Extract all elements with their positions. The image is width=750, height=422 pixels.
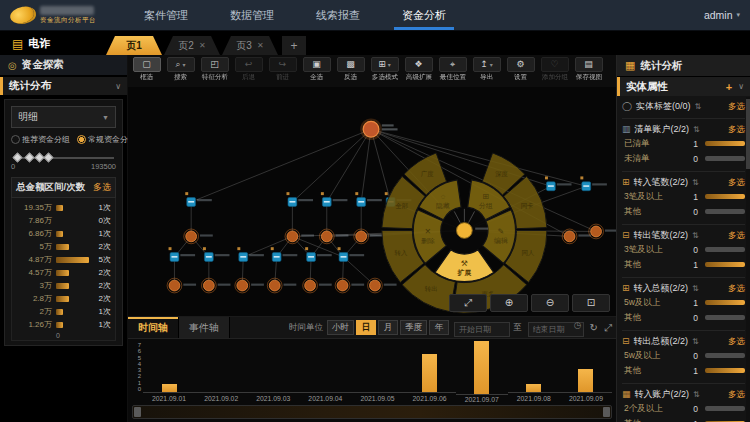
account-node[interactable] <box>589 224 616 239</box>
stat-row[interactable]: 3笔及以上1 <box>622 189 745 204</box>
stat-row[interactable]: 其他1 <box>622 257 745 272</box>
stat-row[interactable]: 其他1 <box>622 363 745 378</box>
page-tab-2[interactable]: 页2✕ <box>164 36 220 55</box>
multi-select-link[interactable]: 多选 <box>728 177 745 189</box>
toolbar-invert-selection[interactable]: ▩反选 <box>334 57 367 83</box>
multi-select-link[interactable]: 多选 <box>728 124 745 136</box>
menu-item-1[interactable]: 案件管理 <box>140 0 192 30</box>
toolbar-multi-select-mode[interactable]: ⊞▾多选模式 <box>368 57 401 83</box>
card-node[interactable] <box>321 192 348 206</box>
card-node[interactable] <box>185 192 212 206</box>
stats-analysis-header[interactable]: ▦ 统计分析 <box>617 55 750 77</box>
plus-icon[interactable]: + <box>726 81 732 93</box>
graph-svg[interactable]: 转出转入全部广度深度同卡同人更多✕删除◌隐藏⊞分组✎编辑⚒扩展 <box>128 87 616 316</box>
timeline-bar[interactable] <box>162 384 177 392</box>
timeline-bar[interactable] <box>422 354 437 392</box>
stat-row[interactable]: 已清单1 <box>622 136 745 151</box>
sort-icon[interactable]: ⇅ <box>695 102 702 111</box>
unit-button-5[interactable]: 年 <box>429 320 449 335</box>
root-node[interactable] <box>360 118 397 140</box>
graph-canvas[interactable]: 转出转入全部广度深度同卡同人更多✕删除◌隐藏⊞分组✎编辑⚒扩展 ⤢⊕⊖⊡ <box>128 87 616 316</box>
sort-icon[interactable]: ⇅ <box>692 337 699 346</box>
toolbar-best-position[interactable]: ⌖最佳位置 <box>436 57 469 83</box>
card-node[interactable] <box>355 192 382 206</box>
layout-switch-button[interactable]: ⊡ <box>572 294 610 312</box>
scrollbar-thumb[interactable] <box>746 99 750 169</box>
start-date-input[interactable] <box>454 322 510 337</box>
timeline-bar[interactable] <box>578 369 593 392</box>
card-node[interactable] <box>271 247 298 261</box>
page-tab-3[interactable]: 页3✕ <box>222 36 278 55</box>
stat-row[interactable]: 5w及以上1 <box>622 295 745 310</box>
stat-row[interactable]: 其他0 <box>622 204 745 219</box>
amount-range-slider[interactable] <box>13 151 114 165</box>
entity-attrs-header[interactable]: 实体属性 + ∨ <box>617 77 750 96</box>
toolbar-lasso-select[interactable]: ▢框选 <box>130 57 163 83</box>
toolbar-select-all[interactable]: ▣全选 <box>300 57 333 83</box>
histogram-row[interactable]: 1.26万1次 <box>16 318 111 331</box>
card-node[interactable] <box>237 247 264 261</box>
fit-view-button[interactable]: ⤢ <box>449 294 487 312</box>
toolbar-feature-analysis[interactable]: ◰特征分析 <box>198 57 231 83</box>
unit-button-4[interactable]: 季度 <box>400 320 427 335</box>
stat-row[interactable]: 3笔及以上0 <box>622 242 745 257</box>
page-tab-1[interactable]: 页1 <box>106 36 162 55</box>
account-node[interactable] <box>368 278 397 293</box>
menu-item-4[interactable]: 资金分析 <box>398 0 450 30</box>
unit-button-3[interactable]: 月 <box>378 320 398 335</box>
account-node[interactable] <box>303 278 332 293</box>
brush-handle-right[interactable] <box>603 407 610 417</box>
sort-icon[interactable]: ⇅ <box>692 231 699 240</box>
unit-button-2[interactable]: 日 <box>356 320 376 335</box>
zoom-in-button[interactable]: ⊕ <box>490 294 528 312</box>
timeline-tab-2[interactable]: 事件轴 <box>179 317 230 338</box>
card-node[interactable] <box>169 247 196 261</box>
stat-row[interactable]: 5w及以上0 <box>622 348 745 363</box>
scrollbar[interactable] <box>746 97 750 422</box>
card-node[interactable] <box>338 247 365 261</box>
user-menu[interactable]: admin ▾ <box>704 0 740 30</box>
add-page-button[interactable]: + <box>282 36 306 55</box>
account-node[interactable] <box>267 278 296 293</box>
multi-select-link[interactable]: 多选 <box>93 181 111 194</box>
histogram-row[interactable]: 4.87万5次 <box>16 253 111 266</box>
multi-select-link[interactable]: 多选 <box>728 101 745 113</box>
card-node[interactable] <box>286 192 313 206</box>
sort-icon[interactable]: ⇅ <box>693 390 700 399</box>
account-node[interactable] <box>319 229 348 244</box>
sort-icon[interactable]: ⇅ <box>692 284 699 293</box>
account-node[interactable] <box>354 229 383 244</box>
histogram-row[interactable]: 7.86万0次 <box>16 214 111 227</box>
timeline-bar[interactable] <box>474 341 489 394</box>
timeline-tab-1[interactable]: 时间轴 <box>128 317 179 338</box>
radio-grouping-1[interactable]: 推荐资金分组 <box>11 134 70 145</box>
slider-handle[interactable] <box>13 153 23 163</box>
stat-row[interactable]: 其他1 <box>622 416 745 422</box>
account-node[interactable] <box>167 278 196 293</box>
slider-handle[interactable] <box>25 153 35 163</box>
close-tab-icon[interactable]: ✕ <box>199 41 206 50</box>
card-node[interactable] <box>580 176 607 190</box>
histogram-row[interactable]: 19.35万1次 <box>16 201 111 214</box>
card-node[interactable] <box>203 247 230 261</box>
account-node[interactable] <box>335 278 364 293</box>
multi-select-link[interactable]: 多选 <box>728 336 745 348</box>
toolbar-search[interactable]: ⌕▾搜索 <box>164 57 197 83</box>
card-node[interactable] <box>305 247 332 261</box>
histogram-row[interactable]: 2万1次 <box>16 305 111 318</box>
stat-row[interactable]: 2个及以上0 <box>622 401 745 416</box>
account-node[interactable] <box>184 229 213 244</box>
toolbar-settings[interactable]: ⚙设置 <box>504 57 537 83</box>
histogram-row[interactable]: 4.57万2次 <box>16 266 111 279</box>
stat-row[interactable]: 其他0 <box>622 310 745 325</box>
unit-button-1[interactable]: 小时 <box>327 320 354 335</box>
multi-select-link[interactable]: 多选 <box>728 283 745 295</box>
histogram-row[interactable]: 2.8万2次 <box>16 292 111 305</box>
menu-item-2[interactable]: 数据管理 <box>226 0 278 30</box>
sort-icon[interactable]: ⇅ <box>693 125 700 134</box>
sort-icon[interactable]: ⇅ <box>692 178 699 187</box>
refresh-icon[interactable]: ↻ <box>590 322 598 333</box>
timeline-brush[interactable] <box>132 405 612 419</box>
histogram-row[interactable]: 3万2次 <box>16 279 111 292</box>
toolbar-advanced-expand[interactable]: ❖高级扩展 <box>402 57 435 83</box>
